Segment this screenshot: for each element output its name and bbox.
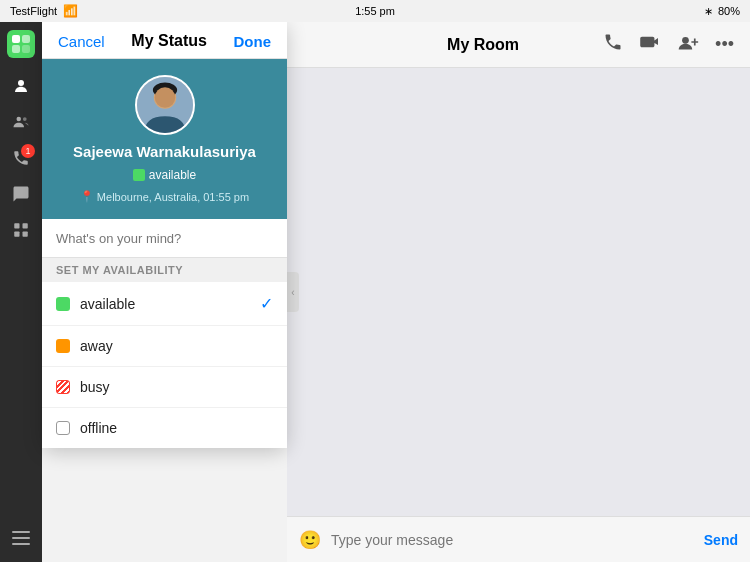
svg-point-4 [18,80,24,86]
status-bar-left: TestFlight 📶 [10,4,78,18]
panel-title: My Status [131,32,207,50]
svg-rect-13 [12,543,30,545]
svg-rect-9 [14,232,19,237]
availability-item-busy[interactable]: busy [42,367,287,408]
availability-list: available ✓ away busy offline [42,282,287,448]
availability-item-away[interactable]: away [42,326,287,367]
svg-rect-7 [14,223,19,228]
video-call-icon[interactable] [639,34,661,55]
my-status-panel: Cancel My Status Done [42,22,287,448]
sidebar-item-profile[interactable] [5,70,37,102]
svg-rect-3 [22,45,30,53]
status-bar: TestFlight 📶 1:55 pm ∗ 80% [0,0,750,22]
message-input[interactable] [331,532,694,548]
phone-call-icon[interactable] [603,32,623,57]
add-participant-icon[interactable] [677,34,699,55]
away-icon [56,339,70,353]
sidebar-item-calls[interactable]: 1 [5,142,37,174]
away-label: away [80,338,273,354]
svg-point-17 [154,87,175,108]
availability-section-header: SET MY AVAILABILITY [42,258,287,282]
room-title: My Room [447,36,519,54]
svg-rect-10 [23,232,28,237]
battery-label: 80% [718,5,740,17]
svg-point-6 [23,117,27,121]
location-pin-icon: 📍 [80,190,94,203]
send-button[interactable]: Send [704,532,738,548]
calls-badge: 1 [21,144,35,158]
status-bar-right: ∗ 80% [704,5,740,18]
main-header: My Room [287,22,750,68]
app-name-label: TestFlight [10,5,57,17]
collapse-handle[interactable]: ‹ [287,272,299,312]
sidebar-logo[interactable] [7,30,35,58]
mind-input[interactable] [56,231,273,246]
contacts-icon [12,113,30,131]
sidebar-item-contacts[interactable] [5,106,37,138]
status-dot-green [133,169,145,181]
avatar [135,75,195,135]
sidebar-item-grid[interactable] [5,214,37,246]
svg-point-18 [682,37,689,44]
mind-input-wrapper [42,219,287,258]
cancel-button[interactable]: Cancel [58,33,105,50]
profile-location: 📍 Melbourne, Australia, 01:55 pm [80,190,249,203]
status-bar-time: 1:55 pm [355,5,395,17]
panel-area: Cancel My Status Done [42,22,287,562]
sidebar-item-menu[interactable] [5,522,37,554]
profile-location-text: Melbourne, Australia, 01:55 pm [97,191,249,203]
profile-section: Sajeewa Warnakulasuriya available 📍 Melb… [42,59,287,219]
avatar-image [137,75,193,135]
video-icon [639,34,661,50]
profile-status: available [133,168,196,182]
more-options-icon[interactable]: ••• [715,34,734,55]
svg-rect-2 [12,45,20,53]
availability-item-available[interactable]: available ✓ [42,282,287,326]
done-button[interactable]: Done [234,33,272,50]
grid-icon [12,221,30,239]
svg-rect-0 [12,35,20,43]
main-content: My Room [287,22,750,562]
panel-header: Cancel My Status Done [42,22,287,59]
offline-label: offline [80,420,273,436]
profile-name: Sajeewa Warnakulasuriya [73,143,256,160]
person-icon [12,77,30,95]
svg-rect-8 [23,223,28,228]
svg-rect-11 [12,531,30,533]
available-icon [56,297,70,311]
profile-status-text: available [149,168,196,182]
wifi-icon: 📶 [63,4,78,18]
add-person-icon [677,34,699,50]
chat-area [287,68,750,516]
app-container: 1 Ca [0,22,750,562]
message-bar: 🙂 Send [287,516,750,562]
logo-icon [11,34,31,54]
offline-icon [56,421,70,435]
chat-icon [12,185,30,203]
busy-icon [56,380,70,394]
sidebar-item-chat[interactable] [5,178,37,210]
available-checkmark: ✓ [260,294,273,313]
available-label: available [80,296,250,312]
busy-label: busy [80,379,273,395]
availability-item-offline[interactable]: offline [42,408,287,448]
svg-point-5 [17,117,22,122]
sidebar: 1 [0,22,42,562]
svg-rect-1 [22,35,30,43]
emoji-icon[interactable]: 🙂 [299,529,321,551]
svg-rect-12 [12,537,30,539]
bluetooth-icon: ∗ [704,5,713,18]
main-header-actions: ••• [603,32,734,57]
hamburger-icon [12,531,30,545]
phone-icon [603,32,623,52]
